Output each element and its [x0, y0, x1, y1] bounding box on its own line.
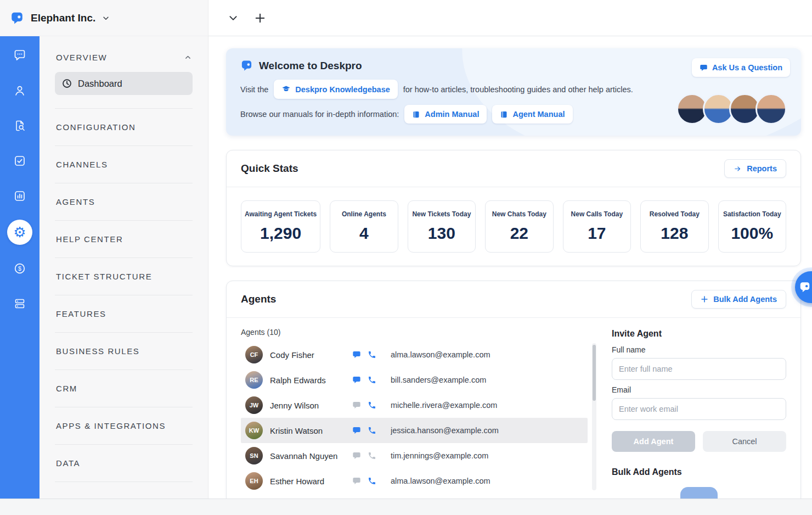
search-document-nav-icon[interactable] [13, 119, 27, 133]
settings-gear-active[interactable]: ⚙ [7, 220, 32, 245]
reports-nav-icon[interactable] [13, 189, 27, 203]
sidebar-item-data[interactable]: DATA [55, 445, 193, 482]
team-avatar [755, 93, 787, 125]
footer-bar [0, 499, 812, 515]
org-switcher[interactable]: Elephant Inc. [0, 0, 208, 36]
overview-label: OVERVIEW [56, 53, 107, 62]
scrollbar-thumb[interactable] [593, 345, 596, 401]
reports-button[interactable]: Reports [724, 159, 786, 178]
agent-email: jessica.hanson@example.com [391, 426, 499, 435]
stat-value: 4 [334, 224, 394, 243]
org-name: Elephant Inc. [31, 12, 95, 24]
full-name-field[interactable] [612, 358, 786, 380]
sidebar-item-features[interactable]: FEATURES [55, 295, 193, 333]
manuals-prefix-text: Browse our manuals for in-depth informat… [240, 110, 399, 119]
phone-icon[interactable] [368, 426, 376, 435]
sidebar-item-channels[interactable]: CHANNELS [55, 146, 193, 183]
add-agent-button[interactable]: Add Agent [612, 431, 695, 452]
stat-label: Resolved Today [644, 210, 704, 218]
agents-nav-icon[interactable] [13, 83, 27, 98]
stat-label: Online Agents [334, 210, 394, 218]
stat-value: 130 [411, 224, 472, 243]
bulk-add-agents-label: Bulk Add Agents [713, 295, 777, 304]
add-tab-plus-icon[interactable] [255, 13, 266, 24]
sidebar-item-overview[interactable]: OVERVIEW [55, 51, 193, 62]
sidebar-item-dashboard[interactable]: Dashboard [55, 72, 193, 95]
graduation-cap-icon [281, 85, 291, 94]
stat-label: New Tickets Today [411, 210, 472, 218]
gear-icon: ⚙ [13, 225, 26, 239]
agent-name: Ralph Edwards [270, 376, 352, 385]
book-icon [412, 110, 420, 119]
chat-nav-icon[interactable] [13, 48, 27, 63]
data-nav-icon[interactable] [13, 296, 27, 311]
phone-icon[interactable] [368, 477, 376, 485]
agent-row[interactable]: CF Cody Fisher alma.lawson@example.com [241, 342, 588, 367]
collapse-chevron-icon[interactable] [228, 13, 238, 23]
reports-label: Reports [747, 164, 777, 173]
agent-row[interactable]: JW Jenny Wilson michelle.rivera@example.… [241, 393, 588, 418]
stat-label: Satisfaction Today [722, 210, 782, 218]
agent-name: Esther Howard [270, 477, 352, 486]
bulk-add-illustration [680, 487, 718, 499]
agent-row[interactable]: EH Esther Howard alma.lawson@example.com [241, 468, 588, 491]
bulk-add-agents-button[interactable]: Bulk Add Agents [691, 290, 786, 309]
topbar: Elephant Inc. [0, 0, 812, 36]
agent-row-selected[interactable]: KW Kristin Watson jessica.hanson@example… [241, 418, 588, 443]
phone-icon[interactable] [368, 401, 376, 410]
agent-list-section: Agents (10) CF Cody Fisher [241, 327, 596, 499]
agent-avatar: SN [245, 447, 263, 464]
agent-avatar: RE [245, 371, 263, 389]
sidebar-item-apps-integrations[interactable]: APPS & INTEGRATIONS [55, 407, 193, 445]
agent-count-label: Agents (10) [241, 328, 596, 337]
stat-value: 128 [644, 224, 704, 243]
chat-bubble-icon [700, 64, 708, 72]
chevron-down-icon[interactable] [102, 14, 110, 22]
phone-icon[interactable] [368, 451, 376, 460]
ask-us-question-button[interactable]: Ask Us a Question [692, 58, 790, 77]
billing-nav-icon[interactable]: $ [13, 261, 27, 276]
stat-online-agents: Online Agents 4 [330, 200, 398, 253]
deskpro-logo-icon [10, 11, 24, 25]
sidebar-item-crm[interactable]: CRM [55, 370, 193, 407]
knowledgebase-button[interactable]: Deskpro Knowledgebase [274, 80, 397, 99]
invite-agent-title: Invite Agent [612, 329, 786, 339]
bulk-add-agents-section-title: Bulk Add Agents [612, 467, 786, 477]
welcome-banner: Ask Us a Question Welcome to Deskpro Vis… [226, 48, 801, 136]
banner-title: Welcome to Deskpro [259, 60, 362, 72]
sidebar-item-ticket-structure[interactable]: TICKET STRUCTURE [55, 258, 193, 295]
chat-icon[interactable] [352, 477, 361, 485]
agent-row[interactable]: RE Ralph Edwards bill.sanders@example.co… [241, 367, 588, 393]
agent-email: bill.sanders@example.com [391, 376, 486, 384]
chat-icon[interactable] [352, 401, 361, 410]
phone-icon[interactable] [368, 350, 376, 359]
sidebar-item-agents[interactable]: AGENTS [55, 183, 193, 221]
agent-row[interactable]: SN Savannah Nguyen tim.jennings@example.… [241, 443, 588, 468]
chat-icon[interactable] [352, 426, 361, 435]
email-field[interactable] [612, 398, 786, 420]
chat-icon[interactable] [352, 350, 361, 359]
stat-new-chats-today: New Chats Today 22 [485, 200, 553, 253]
overview-section: OVERVIEW Dashboard [55, 51, 193, 109]
cancel-button[interactable]: Cancel [703, 431, 786, 452]
agent-manual-button[interactable]: Agent Manual [492, 105, 572, 124]
agent-email: alma.lawson@example.com [391, 477, 490, 485]
phone-icon[interactable] [368, 376, 376, 384]
admin-manual-button[interactable]: Admin Manual [404, 105, 487, 124]
app-window: Elephant Inc. [0, 0, 812, 515]
sidebar-item-configuration[interactable]: CONFIGURATION [55, 109, 193, 146]
agent-avatar: KW [245, 422, 263, 439]
stat-satisfaction-today: Satisfaction Today 100% [718, 200, 786, 253]
chat-icon[interactable] [352, 451, 361, 460]
content-header [208, 0, 812, 36]
tasks-nav-icon[interactable] [13, 154, 27, 168]
scrollbar-track[interactable] [592, 343, 596, 490]
stats-row: Awaiting Agent Tickets 1,290 Online Agen… [227, 187, 800, 266]
agent-name: Jenny Wilson [270, 401, 352, 410]
main-area: ⚙ $ OVERVIEW [0, 36, 812, 499]
sidebar-item-business-rules[interactable]: BUSINESS RULES [55, 333, 193, 370]
plus-icon [701, 295, 708, 303]
chat-icon[interactable] [352, 376, 361, 384]
agent-avatar: JW [245, 396, 263, 414]
sidebar-item-help-center[interactable]: HELP CENTER [55, 221, 193, 258]
